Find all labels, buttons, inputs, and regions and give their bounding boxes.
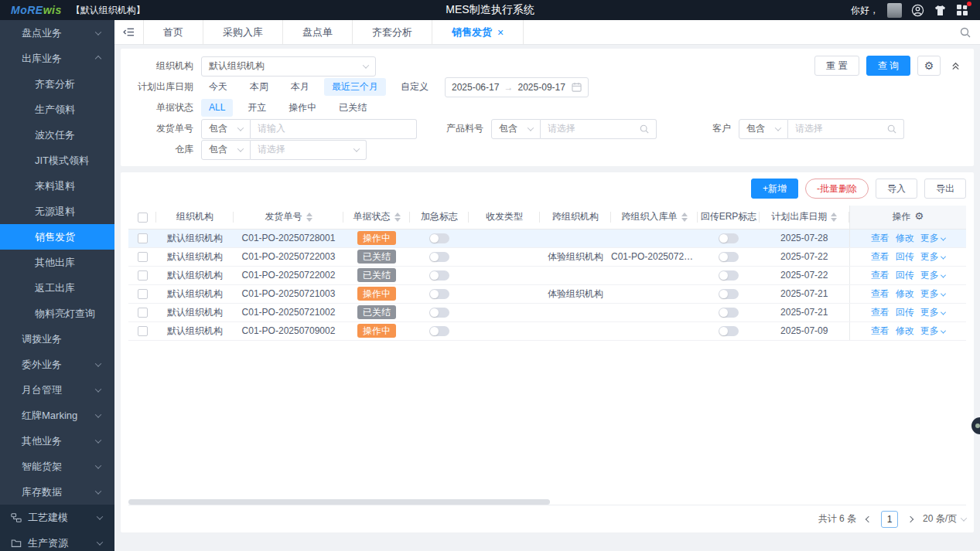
warehouse-select[interactable]: 请选择 [251, 140, 367, 160]
column-header[interactable]: 跨组织入库单 [611, 206, 698, 229]
urgent-toggle[interactable] [429, 289, 449, 299]
reset-button[interactable]: 重 置 [814, 56, 859, 76]
row-action-more[interactable]: 更多 [920, 233, 945, 243]
apps-grid-icon[interactable] [955, 3, 969, 17]
sidebar-item[interactable]: 盘点业务 [0, 20, 114, 46]
add-button[interactable]: +新增 [751, 179, 798, 199]
ship-no-input[interactable]: 请输入 [251, 119, 417, 139]
row-checkbox[interactable] [138, 233, 148, 243]
sidebar-item[interactable]: 委外业务 [0, 352, 114, 377]
date-quick-option[interactable]: 最近三个月 [324, 78, 386, 96]
sidebar-item[interactable]: 出库业务 [0, 46, 114, 71]
tab[interactable]: 销售发货× [432, 20, 524, 44]
urgent-toggle[interactable] [429, 252, 449, 262]
row-action-link[interactable]: 修改 [896, 233, 914, 243]
row-action-link[interactable]: 查看 [871, 325, 890, 336]
import-button[interactable]: 导入 [876, 179, 917, 199]
date-quick-option[interactable]: 自定义 [393, 78, 436, 96]
tab-close-icon[interactable]: × [497, 27, 504, 38]
product-no-input[interactable]: 请选择 [541, 119, 657, 139]
erp-toggle[interactable] [719, 289, 739, 299]
sidebar-item[interactable]: 齐套分析 [0, 71, 114, 97]
erp-toggle[interactable] [719, 252, 739, 262]
status-option[interactable]: 已关结 [331, 99, 374, 117]
sidebar-item[interactable]: 生产资源 [0, 530, 114, 551]
sidebar-item[interactable]: 来料退料 [0, 173, 114, 199]
search-button[interactable]: 查 询 [866, 56, 910, 76]
batch-delete-button[interactable]: -批量删除 [805, 179, 869, 199]
ship-no-operator-select[interactable]: 包含 [201, 119, 251, 139]
app-logo[interactable]: MoREwis [11, 4, 62, 16]
sidebar-item[interactable]: JIT模式领料 [0, 148, 114, 173]
status-option[interactable]: 操作中 [281, 99, 324, 117]
next-page-icon[interactable] [907, 515, 914, 523]
row-action-link[interactable]: 回传 [896, 307, 914, 318]
sidebar-item[interactable]: 调拨业务 [0, 326, 114, 352]
row-action-link[interactable]: 查看 [871, 251, 890, 262]
date-quick-option[interactable]: 今天 [201, 78, 235, 96]
urgent-toggle[interactable] [429, 270, 449, 281]
scrollbar-thumb[interactable] [128, 499, 550, 505]
theme-shirt-icon[interactable] [933, 3, 947, 17]
select-all-checkbox[interactable] [138, 213, 148, 223]
row-action-link[interactable]: 修改 [896, 325, 914, 336]
row-action-link[interactable]: 查看 [871, 288, 890, 299]
urgent-toggle[interactable] [429, 326, 449, 336]
row-action-link[interactable]: 回传 [896, 270, 914, 281]
column-header[interactable]: 计划出库日期 [760, 206, 849, 229]
row-action-link[interactable]: 修改 [896, 288, 914, 299]
status-option[interactable]: 开立 [240, 99, 274, 117]
erp-toggle[interactable] [719, 326, 739, 336]
sidebar-item[interactable]: 月台管理 [0, 377, 114, 403]
avatar[interactable] [887, 3, 902, 18]
row-checkbox[interactable] [138, 270, 148, 281]
sidebar-item[interactable]: 销售发货 [0, 224, 114, 250]
row-action-more[interactable]: 更多 [920, 270, 945, 281]
filter-settings-button[interactable]: ⚙ [917, 56, 941, 76]
org-select[interactable]: 默认组织机构 [201, 56, 376, 77]
sidebar-item[interactable]: 工艺建模 [0, 505, 114, 530]
date-range-input[interactable]: 2025-06-17 → 2025-09-17 [445, 77, 589, 97]
sort-icon[interactable] [831, 213, 837, 222]
date-quick-option[interactable]: 本月 [283, 78, 317, 96]
collapse-sidebar-icon[interactable] [114, 20, 144, 44]
row-action-more[interactable]: 更多 [920, 251, 945, 262]
sidebar-item[interactable]: 物料亮灯查询 [0, 301, 114, 326]
column-header[interactable]: 单据状态 [343, 206, 410, 229]
tab[interactable]: 齐套分析 [353, 20, 432, 44]
customer-input[interactable]: 请选择 [788, 119, 904, 139]
customer-operator-select[interactable]: 包含 [739, 119, 788, 139]
sort-icon[interactable] [394, 213, 401, 222]
row-action-link[interactable]: 回传 [896, 251, 914, 262]
user-icon[interactable] [910, 3, 924, 17]
tab[interactable]: 盘点单 [283, 20, 353, 44]
warehouse-operator-select[interactable]: 包含 [201, 140, 251, 160]
date-quick-option[interactable]: 本周 [242, 78, 276, 96]
sidebar-item[interactable]: 库存数据 [0, 479, 114, 505]
row-action-link[interactable]: 查看 [871, 307, 890, 318]
sidebar-item[interactable]: 红牌Marking [0, 403, 114, 428]
urgent-toggle[interactable] [429, 308, 449, 318]
erp-toggle[interactable] [719, 270, 739, 281]
row-checkbox[interactable] [138, 252, 148, 262]
urgent-toggle[interactable] [429, 233, 449, 243]
column-settings-gear-icon[interactable]: ⚙ [914, 210, 924, 222]
row-action-more[interactable]: 更多 [920, 288, 945, 299]
row-action-more[interactable]: 更多 [920, 307, 945, 318]
sidebar-item[interactable]: 返工出库 [0, 275, 114, 301]
collapse-filter-button[interactable] [948, 56, 963, 76]
sort-icon[interactable] [681, 213, 688, 222]
row-action-more[interactable]: 更多 [920, 325, 945, 336]
sidebar-item[interactable]: 其他业务 [0, 428, 114, 454]
row-checkbox[interactable] [138, 308, 148, 318]
status-option[interactable]: ALL [201, 99, 233, 117]
tab[interactable]: 采购入库 [203, 20, 283, 44]
column-header[interactable]: 发货单号 [234, 206, 343, 229]
row-action-link[interactable]: 查看 [871, 270, 890, 281]
prev-page-icon[interactable] [865, 515, 872, 523]
erp-toggle[interactable] [719, 308, 739, 318]
search-icon[interactable] [951, 20, 980, 44]
sidebar-item[interactable]: 其他出库 [0, 250, 114, 275]
sort-icon[interactable] [306, 213, 312, 222]
row-checkbox[interactable] [138, 289, 148, 299]
